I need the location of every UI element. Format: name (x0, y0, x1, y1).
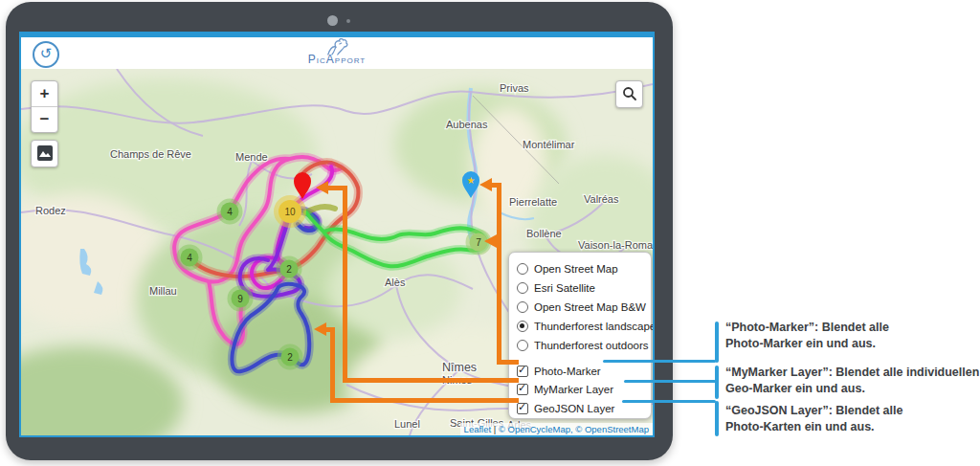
svg-text:7: 7 (476, 237, 481, 248)
leaflet-link[interactable]: Leaflet (464, 424, 492, 434)
cluster-marker[interactable]: 4 (177, 245, 203, 271)
svg-text:10: 10 (284, 207, 296, 217)
layer-option-label: Thunderforest landscape (534, 321, 653, 332)
layer-option-label: Open Street Map (534, 263, 618, 275)
attribution-separator: | (494, 424, 496, 434)
radio-icon[interactable] (517, 301, 528, 313)
annotation-photo-marker: “Photo-Marker”: Blendet alle Photo-Marke… (725, 320, 980, 352)
map-label: Aubenas (446, 119, 488, 130)
search-icon (621, 85, 638, 102)
map-label: Millau (149, 285, 177, 297)
annotation-line: “Photo-Marker”: Blendet alle (725, 320, 980, 336)
photo-overview-button[interactable] (31, 140, 58, 167)
cluster-marker[interactable]: 2 (278, 344, 303, 370)
overlay-option-label: GeoJSON Layer (534, 403, 614, 414)
camera-dot (327, 15, 338, 26)
overlay-option-label: Photo-Marker (534, 366, 601, 377)
zoom-out-button[interactable]: − (32, 106, 57, 132)
ambient-sensor-dot (346, 19, 350, 23)
layer-option-label: Thunderforest outdoors (534, 340, 649, 351)
cluster-marker[interactable]: 4 (217, 199, 243, 225)
mymarker-connector (343, 186, 347, 383)
radio-icon[interactable] (517, 340, 528, 351)
map-label: Vaison-la-Romaine (578, 239, 653, 251)
map-attribution: Leaflet | © OpenCycleMap, © OpenStreetMa… (460, 423, 653, 435)
annotation-line: “MyMarker Layer”: Blendet alle individue… (725, 365, 980, 381)
radio-icon[interactable] (517, 282, 528, 294)
app-header: ↺ PicApport (21, 37, 653, 69)
image-icon (36, 144, 54, 162)
layer-control-panel: Open Street Map Esri Satellite Open Stre… (508, 252, 652, 419)
note-bracket (715, 401, 719, 436)
back-button[interactable]: ↺ (33, 41, 59, 68)
geojson-connector (330, 327, 335, 403)
photomarker-connector (497, 360, 519, 365)
logo-text: PicApport (308, 53, 366, 66)
checkbox-checked-icon[interactable] (517, 384, 528, 395)
map-label: Privas (500, 82, 529, 94)
svg-text:2: 2 (287, 352, 293, 363)
map-label: Rodez (35, 205, 66, 216)
checkbox-checked-icon[interactable] (517, 403, 528, 414)
map-label: Champs de Rêve (110, 148, 191, 160)
map-label: Lunel (394, 418, 420, 430)
annotation-line: Photo-Karten ein und aus. (725, 419, 980, 435)
annotation-line: “GeoJSON Layer”: Blendet alle (725, 403, 980, 419)
note-bracket (715, 366, 719, 399)
back-icon: ↺ (40, 45, 53, 61)
annotation-geojson-layer: “GeoJSON Layer”: Blendet alle Photo-Kart… (725, 403, 980, 435)
map-label: Bollène (526, 228, 562, 239)
openstreetmap-link[interactable]: © OpenStreetMap (575, 424, 649, 434)
cluster-marker[interactable]: 9 (228, 286, 254, 312)
layer-option-osm[interactable]: Open Street Map (517, 259, 645, 278)
map-label: Montélimar (523, 139, 575, 150)
cluster-marker[interactable]: 10 (274, 195, 306, 228)
cluster-marker[interactable]: 2 (277, 256, 302, 282)
layer-option-thunderforest-landscape[interactable]: Thunderforest landscape (517, 317, 645, 336)
overlay-option-label: MyMarker Layer (534, 384, 613, 395)
radio-selected-icon[interactable] (517, 321, 528, 332)
search-button[interactable] (615, 80, 643, 108)
checkbox-checked-icon[interactable] (517, 366, 528, 377)
map-label: Pierrelatte (509, 196, 557, 208)
svg-text:4: 4 (187, 253, 192, 263)
svg-text:4: 4 (227, 207, 233, 217)
opencyclemap-link[interactable]: © OpenCycleMap, (499, 424, 573, 434)
zoom-control: + − (31, 80, 58, 133)
layer-option-label: Open Street Map B&W (534, 301, 646, 313)
geojson-note-line (622, 400, 716, 403)
note-bracket (715, 322, 719, 363)
photomarker-note-line (603, 360, 716, 363)
annotation-mymarker-layer: “MyMarker Layer”: Blendet alle individue… (725, 365, 980, 397)
star-icon: ★ (467, 175, 476, 186)
overlay-option-photo-marker[interactable]: Photo-Marker (517, 362, 645, 381)
annotation-line: Geo-Marker ein und aus. (725, 381, 980, 397)
layer-option-label: Esri Satellite (534, 282, 595, 294)
annotation-line: Photo-Marker ein und aus. (725, 336, 980, 352)
radio-icon[interactable] (517, 263, 528, 275)
mymarker-note-line (624, 380, 716, 383)
app-logo: PicApport (308, 38, 366, 66)
map-label: Nîmes (442, 361, 477, 374)
svg-text:2: 2 (286, 264, 292, 275)
mymarker-connector (343, 378, 519, 383)
zoom-in-button[interactable]: + (32, 81, 57, 106)
layer-option-thunderforest-outdoors[interactable]: Thunderforest outdoors (517, 336, 645, 355)
svg-text:9: 9 (237, 294, 243, 304)
geojson-connector (330, 398, 519, 403)
map-label: Alès (385, 277, 406, 288)
layer-option-esri[interactable]: Esri Satellite (517, 278, 645, 298)
map-label: Valréas (584, 193, 619, 205)
map[interactable]: Champs de Rêve Privas Aubenas Montélimar… (21, 69, 653, 435)
layer-option-osm-bw[interactable]: Open Street Map B&W (517, 298, 645, 317)
app-window: ↺ PicApport (19, 32, 655, 437)
photomarker-connector (497, 183, 501, 365)
map-label: Mende (235, 151, 268, 163)
overlay-option-mymarker-layer[interactable]: MyMarker Layer (517, 381, 645, 400)
